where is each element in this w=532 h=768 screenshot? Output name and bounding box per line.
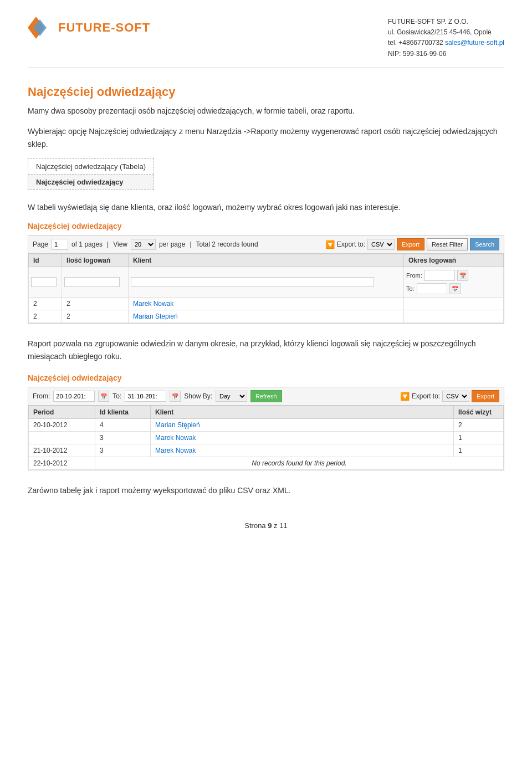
page-input[interactable] [52, 239, 68, 250]
filter-client [129, 267, 404, 298]
to-input[interactable] [417, 283, 447, 294]
table2-toolbar: From: 📅 To: 📅 Show By: Day Week Month Re… [28, 387, 504, 406]
col-client: Klient [129, 254, 404, 267]
filter-logins [62, 267, 129, 298]
client-link[interactable]: Marek Nowak [133, 300, 173, 308]
from-cal-btn2[interactable]: 📅 [98, 391, 109, 402]
to-label: To: [406, 285, 415, 292]
filter-id [29, 267, 62, 298]
from-label: From: [406, 272, 422, 279]
col-id: Id [29, 254, 62, 267]
company-address: ul. Gosławicka2/215 45-446, Opole [388, 27, 504, 38]
cell-visits: 2 [454, 419, 504, 432]
filter-logins-input[interactable] [64, 277, 120, 287]
export-label: Export to: [337, 240, 365, 248]
col-visits: Ilość wizyt [454, 406, 504, 419]
cell-klient: Marek Nowak [151, 432, 454, 444]
cell-logins: 2 [62, 310, 129, 323]
cell-client: Marek Nowak [129, 298, 404, 310]
table2-data: Period Id klienta Klient Ilość wizyt 20-… [28, 406, 504, 470]
to-date-input[interactable] [125, 391, 166, 402]
table-row: 20-10-2012 4 Marian Stępień 2 [29, 419, 504, 432]
filter-id-input[interactable] [31, 277, 57, 287]
col-period: Period [29, 406, 95, 419]
intro-text-2: Wybierając opcję Najczęściej odwiedzając… [28, 125, 504, 150]
cell-klient: Marek Nowak [151, 444, 454, 457]
table-row: 22-10-2012 No records found for this per… [29, 457, 504, 470]
search-button[interactable]: Search [470, 238, 499, 250]
menu-item-2[interactable]: Najczęściej odwiedzający [28, 175, 154, 190]
intro-text-1: Mamy dwa sposoby prezentacji osób najczę… [28, 105, 504, 117]
page-title: Najczęściej odwiedzający [28, 85, 504, 99]
cell-visits: 1 [454, 444, 504, 457]
cell-period: 21-10-2012 [29, 444, 95, 457]
sep2: | [190, 240, 191, 248]
client-link[interactable]: Marek Nowak [155, 434, 196, 442]
client-link[interactable]: Marian Stepień [133, 313, 178, 320]
company-info: FUTURE-SOFT SP. Z O.O. ul. Gosławicka2/2… [388, 17, 504, 59]
refresh-button[interactable]: Refresh [250, 390, 282, 402]
company-email[interactable]: sales@future-soft.pl [445, 39, 504, 47]
filter-row: From: 📅 To: 📅 [29, 267, 504, 298]
col-klient: Klient [151, 406, 454, 419]
show-by-select[interactable]: Day Week Month [216, 391, 247, 402]
company-phone: tel. +48667700732 [388, 39, 443, 47]
export-desc: Zarówno tabelę jak i raport możemy wyeks… [28, 484, 504, 496]
client-link[interactable]: Marek Nowak [155, 447, 196, 454]
cell-period [29, 432, 95, 444]
cell-id-klienta: 3 [95, 432, 151, 444]
export-label2: Export to: [412, 392, 440, 400]
client-link[interactable]: Marian Stępień [155, 421, 200, 429]
table1-data: Id Ilość logowań Klient Okres logowań Fr… [28, 254, 504, 323]
of-pages: of 1 pages [71, 240, 103, 248]
cell-period: 20-10-2012 [29, 419, 95, 432]
col-id-klienta: Id klienta [95, 406, 151, 419]
cell-id: 2 [29, 298, 62, 310]
to-cal-btn[interactable]: 📅 [449, 283, 461, 294]
export-icon2: 🔽 [400, 392, 410, 401]
export-format-select2[interactable]: CSV XML [442, 391, 469, 402]
filter-period: From: 📅 To: 📅 [404, 267, 504, 298]
from-cal-btn[interactable]: 📅 [457, 270, 468, 281]
to-label2: To: [112, 392, 121, 400]
table-row: 2 2 Marian Stepień [29, 310, 504, 323]
table-row: 2 2 Marek Nowak [29, 298, 504, 310]
footer-text: Strona [244, 521, 265, 530]
filter-client-input[interactable] [131, 277, 374, 287]
col-period: Okres logowań [404, 254, 504, 267]
page-footer: Strona 9 z 11 [0, 521, 532, 530]
cell-visits: 1 [454, 432, 504, 444]
cell-klient: Marian Stępień [151, 419, 454, 432]
cell-client: Marian Stepień [129, 310, 404, 323]
menu-item-1[interactable]: Najczęściej odwiedzający (Tabela) [28, 159, 154, 175]
table1-label: Najczęściej odwiedzający [28, 222, 504, 231]
from-label2: From: [33, 392, 50, 400]
table-row: 21-10-2012 3 Marek Nowak 1 [29, 444, 504, 457]
to-cal-btn2[interactable]: 📅 [170, 391, 181, 402]
company-name: FUTURE-SOFT SP. Z O.O. [388, 17, 504, 27]
total-records: Total 2 records found [196, 240, 258, 248]
table2-label: Najczęściej odwiedzający [28, 373, 504, 382]
cell-id-klienta: 4 [95, 419, 151, 432]
export-button2[interactable]: Export [472, 390, 499, 402]
table-desc: W tabeli wyświetlają się dane klienta, o… [28, 201, 504, 213]
menu-box: Najczęściej odwiedzający (Tabela) Najczę… [28, 158, 154, 190]
from-date-input[interactable] [53, 391, 95, 402]
export-format-select[interactable]: CSV XML [367, 239, 395, 250]
table1-section: Page of 1 pages | View 20 50 100 per pag… [28, 235, 504, 324]
view-select[interactable]: 20 50 100 [131, 239, 156, 250]
sep1: | [107, 240, 109, 248]
show-by-label: Show By: [184, 392, 212, 400]
cell-period [404, 298, 504, 310]
reset-filter-button[interactable]: Reset Filter [427, 238, 468, 250]
cell-logins: 2 [62, 298, 129, 310]
cell-id-klienta: 3 [95, 444, 151, 457]
from-input[interactable] [424, 270, 455, 281]
logo-text: FUTURE-SOFT [58, 21, 150, 35]
report-desc: Raport pozwala na zgrupowanie odwiedzin … [28, 337, 504, 362]
footer-total: 11 [279, 521, 287, 530]
table2-section: From: 📅 To: 📅 Show By: Day Week Month Re… [28, 387, 504, 470]
export-button[interactable]: Export [397, 238, 424, 250]
logo-icon [28, 17, 53, 39]
cell-id: 2 [29, 310, 62, 323]
